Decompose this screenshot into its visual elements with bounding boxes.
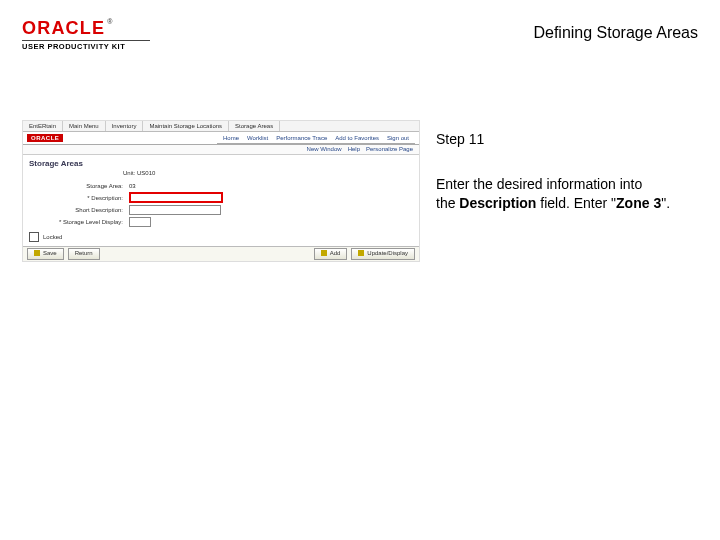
link-new-window[interactable]: New Window (307, 145, 342, 154)
instr-bold-1: Description (459, 195, 536, 211)
short-desc-label: Short Description: (29, 207, 129, 213)
form: Storage Area: 03 * Description: Short De… (23, 180, 419, 227)
description-label: * Description: (29, 195, 129, 201)
instr-pre: the (436, 195, 459, 211)
link-help[interactable]: Help (348, 145, 360, 154)
locked-checkbox[interactable] (29, 232, 39, 242)
display-select[interactable] (129, 217, 151, 227)
return-button[interactable]: Return (68, 248, 100, 260)
tab-inventory[interactable]: Inventory (106, 121, 144, 131)
storage-area-label: Storage Area: (29, 183, 129, 189)
instruction-line-1: Enter the desired information into (436, 175, 686, 194)
brand-word: ORACLE (22, 18, 105, 38)
link-home[interactable]: Home (223, 133, 239, 143)
instr-bold-2: Zone 3 (616, 195, 661, 211)
save-icon (34, 250, 40, 256)
tab-storage-areas[interactable]: Storage Areas (229, 121, 280, 131)
app-screenshot: EntERtain Main Menu Inventory Maintain S… (22, 120, 420, 262)
storage-area-value: 03 (129, 183, 136, 189)
app-brand: ORACLE (27, 134, 63, 142)
breadcrumb-tabs: EntERtain Main Menu Inventory Maintain S… (23, 121, 419, 132)
locked-label: Locked (43, 234, 62, 240)
add-icon (321, 250, 327, 256)
display-label: * Storage Level Display: (29, 219, 129, 225)
add-button[interactable]: Add (314, 248, 348, 260)
trademark: ® (107, 18, 112, 25)
add-button-label: Add (330, 250, 341, 256)
link-sign-out[interactable]: Sign out (387, 133, 409, 143)
save-button-label: Save (43, 250, 57, 256)
step-label: Step 11 (436, 130, 686, 149)
unit-label: Unit: US010 (23, 170, 419, 180)
brand-logo: ORACLE® USER PRODUCTIVITY KIT (22, 18, 150, 51)
instr-mid: field. Enter " (536, 195, 616, 211)
brand-rule (22, 40, 150, 41)
tab-entertain[interactable]: EntERtain (23, 121, 63, 131)
update-button[interactable]: Update/Display (351, 248, 415, 260)
save-button[interactable]: Save (27, 248, 64, 260)
tab-maintain[interactable]: Maintain Storage Locations (143, 121, 229, 131)
link-perf-trace[interactable]: Performance Trace (276, 133, 327, 143)
instruction-line-2: the Description field. Enter "Zone 3". (436, 194, 686, 213)
description-input[interactable] (129, 192, 223, 203)
instructions: Step 11 Enter the desired information in… (436, 130, 686, 213)
link-personalize[interactable]: Personalize Page (366, 145, 413, 154)
section-title: Storage Areas (23, 155, 419, 170)
link-worklist[interactable]: Worklist (247, 133, 268, 143)
short-desc-input[interactable] (129, 205, 221, 215)
tab-main-menu[interactable]: Main Menu (63, 121, 106, 131)
return-button-label: Return (75, 250, 93, 256)
update-icon (358, 250, 364, 256)
link-add-fav[interactable]: Add to Favorites (335, 133, 379, 143)
page-title: Defining Storage Areas (533, 24, 698, 42)
update-button-label: Update/Display (367, 250, 408, 256)
brand-subtitle: USER PRODUCTIVITY KIT (22, 42, 150, 51)
instr-post: ". (661, 195, 670, 211)
